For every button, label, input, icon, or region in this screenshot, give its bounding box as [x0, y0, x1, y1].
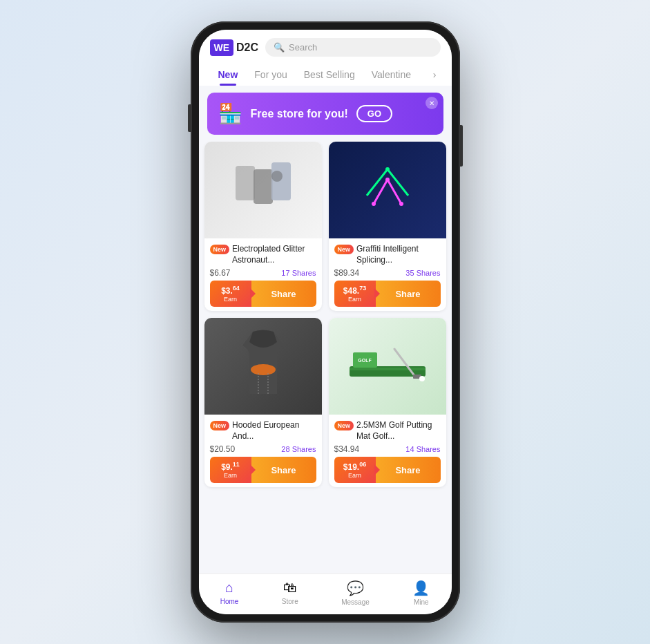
product-image-2: [329, 142, 446, 238]
svg-text:GOLF: GOLF: [358, 358, 372, 363]
product-card-4[interactable]: GOLF New 2.5M3M Golf Putting Mat Golf...: [329, 318, 446, 487]
earn-price-4: $19.06: [343, 461, 366, 472]
banner-go-button[interactable]: GO: [356, 105, 392, 122]
svg-point-8: [251, 364, 276, 375]
products-scroll: New Electroplated Glitter Astronaut... $…: [199, 142, 452, 574]
nav-message[interactable]: 💬 Message: [341, 580, 370, 606]
svg-point-7: [385, 167, 390, 171]
earn-button-2[interactable]: $48.73 Earn: [334, 281, 376, 307]
svg-rect-12: [350, 368, 426, 370]
banner-close-button[interactable]: ✕: [426, 97, 438, 109]
new-badge-4: New: [334, 421, 354, 430]
svg-point-4: [372, 202, 376, 206]
logo-d2c: D2C: [236, 41, 258, 54]
search-icon: 🔍: [274, 42, 285, 53]
svg-point-6: [385, 178, 390, 182]
earn-price-2: $48.73: [343, 285, 366, 296]
nav-home-label: Home: [220, 598, 239, 605]
product-info-3: New Hooded European And... $20.50 28 Sha…: [204, 415, 322, 487]
product-action-2: $48.73 Earn Share: [334, 281, 441, 307]
new-badge-2: New: [334, 245, 354, 254]
share-button-1[interactable]: Share: [251, 281, 316, 307]
earn-label-4: Earn: [348, 472, 361, 479]
share-button-4[interactable]: Share: [376, 457, 441, 483]
earn-notch-2: [374, 288, 380, 299]
nav-message-label: Message: [341, 598, 370, 606]
product-image-1: [204, 142, 322, 238]
banner-store-icon: 🏪: [218, 102, 242, 125]
product-image-4: GOLF: [329, 318, 446, 415]
tab-new[interactable]: New: [210, 64, 247, 86]
nav-store-label: Store: [282, 598, 298, 605]
nav-store[interactable]: 🛍 Store: [282, 580, 298, 606]
tabs-row: New For you Best Selling Valentine ›: [210, 64, 441, 86]
earn-price-3: $9.11: [221, 461, 240, 472]
earn-label-3: Earn: [224, 472, 237, 479]
product-title-row-4: New 2.5M3M Golf Putting Mat Golf...: [334, 420, 441, 442]
product-card-2[interactable]: New Graffiti Intelligent Splicing... $89…: [329, 142, 446, 311]
bottom-nav: ⌂ Home 🛍 Store 💬 Message 👤 Mine: [199, 574, 452, 614]
product-title-1: Electroplated Glitter Astronaut...: [232, 244, 316, 265]
nav-mine-label: Mine: [414, 598, 429, 606]
product-title-2: Graffiti Intelligent Splicing...: [356, 244, 440, 265]
svg-rect-1: [254, 169, 273, 204]
product-pricing-4: $34.94 14 Shares: [334, 444, 441, 454]
product-shares-2: 35 Shares: [405, 269, 440, 277]
product-title-row-3: New Hooded European And...: [210, 420, 316, 442]
product-title-4: 2.5M3M Golf Putting Mat Golf...: [356, 420, 440, 442]
product-action-4: $19.06 Earn Share: [334, 457, 441, 483]
phone-frame: WE D2C 🔍 Search New For you Best Selling: [191, 21, 460, 623]
product-title-row-2: New Graffiti Intelligent Splicing...: [334, 244, 441, 265]
tabs-more-arrow[interactable]: ›: [429, 64, 441, 86]
product-pricing-3: $20.50 28 Shares: [210, 444, 316, 454]
search-bar[interactable]: 🔍 Search: [265, 38, 440, 57]
earn-label-1: Earn: [224, 296, 237, 303]
product-action-1: $3.64 Earn Share: [210, 281, 316, 307]
banner-text: Free store for you!: [251, 108, 348, 120]
earn-button-3[interactable]: $9.11 Earn: [210, 457, 251, 483]
search-input[interactable]: Search: [289, 42, 317, 53]
product-title-3: Hooded European And...: [232, 420, 316, 442]
products-grid: New Electroplated Glitter Astronaut... $…: [204, 142, 446, 487]
product-shares-4: 14 Shares: [405, 445, 440, 453]
product-card-1[interactable]: New Electroplated Glitter Astronaut... $…: [204, 142, 322, 311]
phone-screen: WE D2C 🔍 Search New For you Best Selling: [199, 30, 452, 614]
product-info-1: New Electroplated Glitter Astronaut... $…: [204, 238, 322, 311]
app-logo: WE D2C: [210, 39, 259, 56]
earn-notch-3: [250, 464, 256, 475]
earn-button-4[interactable]: $19.06 Earn: [334, 457, 376, 483]
svg-rect-0: [236, 166, 255, 200]
earn-price-1: $3.64: [221, 285, 240, 296]
home-icon: ⌂: [225, 580, 233, 596]
product-price-4: $34.94: [334, 444, 360, 454]
new-badge-1: New: [210, 245, 230, 254]
product-image-3: [204, 318, 322, 415]
tab-valentine[interactable]: Valentine: [363, 64, 419, 86]
header-top: WE D2C 🔍 Search: [210, 38, 441, 57]
svg-rect-2: [271, 162, 291, 200]
svg-point-3: [271, 171, 283, 182]
nav-mine[interactable]: 👤 Mine: [412, 580, 430, 606]
product-card-3[interactable]: New Hooded European And... $20.50 28 Sha…: [204, 318, 322, 487]
share-button-3[interactable]: Share: [251, 457, 316, 483]
product-price-2: $89.34: [334, 268, 360, 278]
nav-home[interactable]: ⌂ Home: [220, 580, 239, 606]
promo-banner: ✕ 🏪 Free store for you! GO: [207, 93, 443, 135]
header: WE D2C 🔍 Search New For you Best Selling: [199, 30, 452, 86]
tab-for-you[interactable]: For you: [246, 64, 295, 86]
product-pricing-2: $89.34 35 Shares: [334, 268, 441, 278]
product-title-row-1: New Electroplated Glitter Astronaut...: [210, 244, 316, 265]
product-pricing-1: $6.67 17 Shares: [210, 268, 316, 278]
earn-button-1[interactable]: $3.64 Earn: [210, 281, 251, 307]
product-price-1: $6.67: [210, 268, 231, 278]
earn-notch-4: [374, 464, 380, 475]
logo-we: WE: [210, 39, 234, 56]
mine-icon: 👤: [412, 580, 430, 596]
store-icon: 🛍: [283, 580, 297, 596]
product-shares-1: 17 Shares: [281, 269, 316, 277]
svg-point-5: [399, 202, 403, 206]
earn-notch-1: [250, 288, 256, 299]
share-button-2[interactable]: Share: [376, 281, 441, 307]
tab-best-selling[interactable]: Best Selling: [296, 64, 363, 86]
product-info-2: New Graffiti Intelligent Splicing... $89…: [329, 238, 446, 311]
